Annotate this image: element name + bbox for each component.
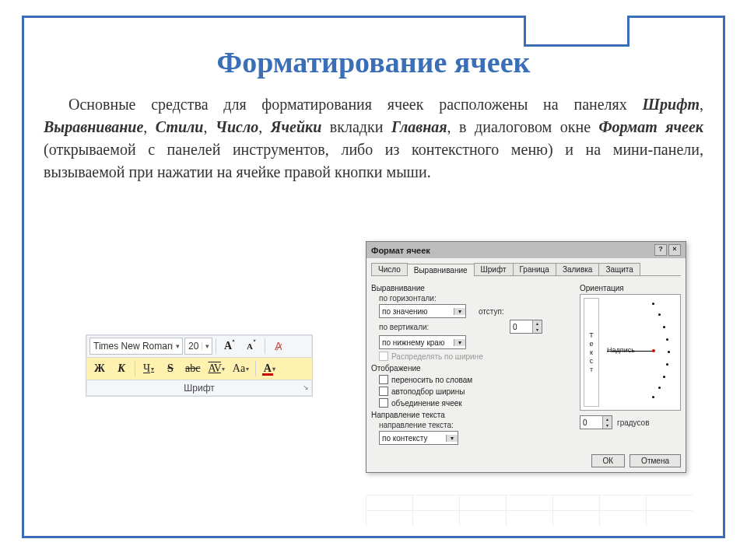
text-direction-select[interactable]: по контексту ▾ bbox=[379, 431, 458, 445]
tab-alignment[interactable]: Выравнивание bbox=[407, 264, 475, 276]
strikethrough-s-button[interactable]: S bbox=[160, 360, 181, 377]
separator bbox=[255, 361, 256, 376]
strikethrough-button[interactable]: abc bbox=[182, 360, 203, 377]
dialog-tabs: Число Выравнивание Шрифт Граница Заливка… bbox=[371, 263, 681, 276]
indent-value: 0 bbox=[510, 323, 532, 331]
spinner-down-icon[interactable]: ▾ bbox=[532, 327, 542, 333]
dialog-titlebar[interactable]: Формат ячеек ? × bbox=[366, 242, 686, 258]
body-t4: (открываемой с панелей инструментов, либ… bbox=[44, 141, 703, 180]
orientation-arc[interactable]: Надпись bbox=[602, 298, 677, 407]
shrink-to-fit-checkbox[interactable]: автоподбор ширины bbox=[371, 387, 573, 396]
close-icon[interactable]: × bbox=[668, 244, 681, 256]
body-b7: Формат ячеек bbox=[599, 118, 703, 135]
chevron-down-icon: ▾ bbox=[172, 342, 182, 350]
color-swatch-icon bbox=[262, 373, 273, 376]
orientation-needle[interactable] bbox=[607, 351, 654, 352]
wrap-text-checkbox[interactable]: переносить по словам bbox=[371, 375, 573, 384]
separator bbox=[135, 361, 135, 376]
checkbox-icon bbox=[379, 375, 388, 384]
indent-label: отступ: bbox=[479, 307, 504, 316]
dialog-launcher-button[interactable]: ↘ bbox=[303, 383, 309, 391]
body-c3: , bbox=[204, 118, 216, 135]
direction-label: направление текста: bbox=[379, 421, 454, 429]
change-case-button[interactable]: Aa▾ bbox=[230, 360, 252, 377]
clear-formatting-button[interactable]: A̷ bbox=[268, 338, 289, 355]
underline-icon: Ч bbox=[143, 362, 150, 375]
distribute-label: Распределять по ширине bbox=[391, 352, 483, 361]
separator bbox=[216, 338, 216, 354]
caret-down-icon: ˅ bbox=[253, 339, 256, 346]
chevron-down-icon: ▾ bbox=[246, 366, 249, 373]
font-color-button[interactable]: A ▾ bbox=[259, 360, 279, 377]
font-size-value: 20 bbox=[185, 341, 202, 352]
degrees-label: градусов bbox=[617, 418, 649, 427]
chevron-down-icon: ▾ bbox=[454, 308, 465, 315]
case-icon: Aa bbox=[233, 362, 245, 375]
font-name-value: Times New Roman bbox=[90, 341, 172, 352]
degrees-value: 0 bbox=[580, 418, 602, 427]
tab-fill[interactable]: Заливка bbox=[556, 263, 600, 275]
shrink-font-button[interactable]: A˅ bbox=[241, 338, 261, 355]
orient-char: т bbox=[590, 366, 593, 373]
font-size-combo[interactable]: 20 ▾ bbox=[184, 338, 212, 355]
body-c4: , bbox=[258, 118, 271, 135]
vertical-align-value: по нижнему краю bbox=[380, 338, 454, 347]
horizontal-label: по горизонтали: bbox=[379, 294, 437, 303]
ribbon-font-group: Times New Roman ▾ 20 ▾ A˄ A˅ A̷ Ж К Ч▾ S… bbox=[86, 334, 313, 397]
ribbon-group-text: Шрифт bbox=[184, 383, 214, 394]
ribbon-group-label: Шрифт ↘ bbox=[86, 380, 312, 396]
wrap-text-label: переносить по словам bbox=[391, 376, 472, 384]
spinner-up-icon[interactable]: ▴ bbox=[532, 320, 542, 327]
dialog-title-text: Формат ячеек bbox=[371, 246, 430, 255]
character-spacing-button[interactable]: AV▾ bbox=[205, 360, 227, 377]
indent-spinner[interactable]: 0 ▴▾ bbox=[510, 320, 542, 334]
spinner-down-icon[interactable]: ▾ bbox=[602, 422, 612, 429]
chevron-down-icon: ▾ bbox=[202, 342, 212, 350]
grow-font-button[interactable]: A˄ bbox=[219, 338, 240, 355]
merge-cells-label: объединение ячеек bbox=[391, 399, 462, 408]
caret-up-icon: ˄ bbox=[232, 339, 235, 346]
cancel-button[interactable]: Отмена bbox=[630, 454, 681, 467]
horizontal-align-value: по значению bbox=[380, 307, 454, 316]
chevron-down-icon: ▾ bbox=[222, 366, 225, 373]
tab-protection[interactable]: Защита bbox=[598, 263, 640, 275]
orientation-widget[interactable]: Т е к с т bbox=[580, 294, 681, 411]
grow-font-icon: A bbox=[224, 340, 232, 352]
orientation-needle-label: Надпись bbox=[607, 346, 635, 354]
chevron-down-icon: ▾ bbox=[272, 366, 275, 373]
merge-cells-checkbox[interactable]: объединение ячеек bbox=[371, 398, 573, 408]
underline-button[interactable]: Ч▾ bbox=[139, 360, 159, 377]
slide-title: Форматирование ячеек bbox=[0, 45, 747, 79]
chevron-down-icon: ▾ bbox=[454, 339, 465, 346]
orientation-vertical-text-button[interactable]: Т е к с т bbox=[584, 298, 599, 407]
vertical-align-select[interactable]: по нижнему краю ▾ bbox=[379, 335, 466, 349]
tab-font[interactable]: Шрифт bbox=[474, 263, 514, 275]
bold-button[interactable]: Ж bbox=[89, 360, 110, 377]
chevron-down-icon: ▾ bbox=[446, 435, 458, 442]
shrink-to-fit-label: автоподбор ширины bbox=[391, 387, 465, 396]
ok-button[interactable]: ОК bbox=[591, 454, 626, 467]
tab-number[interactable]: Число bbox=[371, 263, 408, 275]
orientation-section-label: Ориентация bbox=[580, 284, 681, 292]
orient-char: к bbox=[590, 348, 593, 356]
tab-border[interactable]: Граница bbox=[513, 263, 556, 275]
checkbox-icon bbox=[379, 387, 388, 396]
orient-char: с bbox=[590, 357, 594, 365]
text-direction-section-label: Направление текста bbox=[371, 411, 573, 419]
horizontal-align-select[interactable]: по значению ▾ bbox=[379, 304, 466, 318]
body-c1: , bbox=[700, 96, 703, 113]
degrees-spinner[interactable]: 0 ▴▾ bbox=[580, 415, 612, 429]
body-b3: Стили bbox=[156, 118, 204, 135]
spinner-up-icon[interactable]: ▴ bbox=[602, 416, 612, 422]
help-icon[interactable]: ? bbox=[654, 244, 667, 256]
body-t2: вкладки bbox=[321, 118, 391, 135]
font-name-combo[interactable]: Times New Roman ▾ bbox=[89, 338, 183, 355]
format-cells-dialog: Формат ячеек ? × Число Выравнивание Шриф… bbox=[366, 241, 686, 473]
orient-char: е bbox=[589, 340, 593, 348]
body-b5: Ячейки bbox=[271, 118, 322, 135]
char-spacing-icon: AV bbox=[208, 362, 220, 375]
checkbox-icon bbox=[379, 398, 388, 408]
display-section-label: Отображение bbox=[371, 364, 573, 373]
chevron-down-icon: ▾ bbox=[151, 366, 154, 373]
italic-button[interactable]: К bbox=[111, 360, 132, 377]
